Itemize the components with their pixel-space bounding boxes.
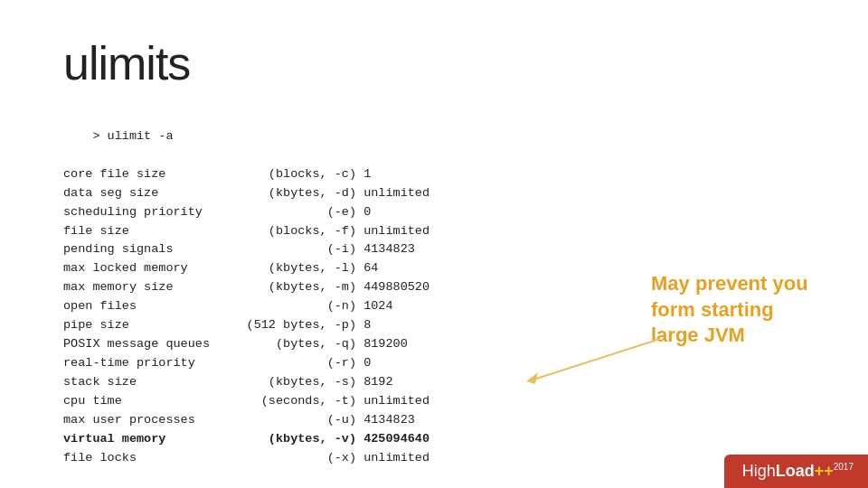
slide: ulimits > ulimit -a core file size (bloc… <box>0 0 868 488</box>
table-row: real-time priority (-r) 0 <box>63 354 823 373</box>
svg-line-0 <box>533 339 660 380</box>
table-row: max user processes (-u) 4134823 <box>63 411 823 430</box>
table-row: file locks (-x) unlimited <box>63 449 823 468</box>
table-row: core file size (blocks, -c) 1 <box>63 165 823 184</box>
table-row: scheduling priority (-e) 0 <box>63 203 823 222</box>
table-row: pending signals (-i) 4134823 <box>63 240 823 259</box>
table-row: stack size (kbytes, -s) 8192 <box>63 373 823 392</box>
command-line: > ulimit -a <box>92 129 173 143</box>
code-block: > ulimit -a <box>63 108 823 165</box>
arrow-icon <box>515 334 669 389</box>
annotation-text: May prevent you form starting large JVM <box>651 271 823 349</box>
svg-marker-1 <box>526 372 538 384</box>
table-row: data seg size (kbytes, -d) unlimited <box>63 184 823 203</box>
table-row: virtual memory (kbytes, -v) 425094640 <box>63 430 823 449</box>
table-row: cpu time (seconds, -t) unlimited <box>63 392 823 411</box>
highload-logo: HighLoad++2017 <box>724 455 868 488</box>
page-title: ulimits <box>63 36 823 90</box>
table-row: file size (blocks, -f) unlimited <box>63 222 823 241</box>
